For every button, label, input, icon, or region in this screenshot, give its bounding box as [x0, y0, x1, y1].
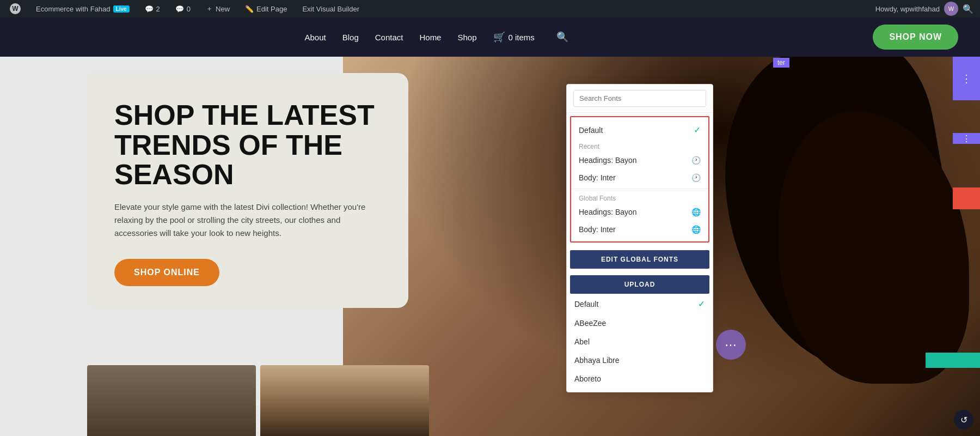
nav-blog[interactable]: Blog [342, 33, 359, 42]
search-icon[interactable]: 🔍 [963, 4, 973, 14]
exit-builder-label: Exit Visual Builder [302, 5, 359, 13]
font-default-item[interactable]: Default ✓ [571, 120, 708, 140]
nav-bar: About Blog Contact Home Shop 🛒 0 items 🔍… [0, 17, 980, 57]
shop-online-button[interactable]: SHOP ONLINE [114, 259, 219, 286]
wp-icon: W [10, 3, 21, 14]
divi-dots-icon: ⋮ [961, 72, 972, 85]
font-recent-headings-label: Headings: Bayon [579, 156, 637, 165]
admin-bar-right: Howdy, wpwithfahad W 🔍 [875, 2, 973, 16]
font-list-abel-label: Abel [574, 337, 590, 346]
font-global-headings[interactable]: Headings: Bayon 🌐 [571, 203, 708, 221]
admin-bar: W Ecommerce with Fahad Live 💬 2 💬 0 ＋ Ne… [0, 0, 980, 17]
font-list-check: ✓ [698, 299, 705, 309]
font-list: Default ✓ ABeeZee Abel Abhaya Libre Abor… [567, 294, 713, 392]
cart-count: 0 items [509, 33, 535, 42]
clock-icon-1: 🕐 [691, 156, 701, 165]
live-badge: Live [113, 5, 130, 13]
divi-dots-2: ⋮ [962, 134, 971, 144]
font-global-headings-label: Headings: Bayon [579, 208, 637, 216]
font-global-label: Global Fonts [571, 191, 708, 203]
refresh-icon: ↺ [960, 415, 967, 425]
comment-icon: 💬 [145, 5, 154, 13]
font-recent-label: Recent [571, 140, 708, 152]
font-search-input[interactable] [573, 90, 706, 107]
cart-icon: 🛒 [493, 31, 505, 43]
edit-page-item[interactable]: ✏️ Edit Page [242, 0, 290, 17]
howdy-text: Howdy, wpwithfahad [875, 5, 940, 13]
font-list-abril[interactable]: Abril Fatface [567, 388, 713, 392]
upload-button[interactable]: UPLOAD [570, 275, 709, 294]
comment-item[interactable]: 💬 2 [142, 0, 163, 17]
font-recent-headings[interactable]: Headings: Bayon 🕐 [571, 152, 708, 169]
nav-search-icon[interactable]: 🔍 [556, 31, 568, 43]
comment-count: 2 [156, 5, 160, 13]
nav-links: About Blog Contact Home Shop 🛒 0 items 🔍 [22, 31, 851, 43]
bubble-count: 0 [187, 5, 191, 13]
bubble-item[interactable]: 💬 0 [172, 0, 194, 17]
bottom-images [0, 365, 980, 436]
font-picker-dropdown: Default ✓ Recent Headings: Bayon 🕐 Body:… [566, 84, 713, 392]
nav-cart[interactable]: 🛒 0 items [493, 31, 535, 43]
clock-icon-2: 🕐 [691, 173, 701, 182]
plus-icon: ＋ [206, 4, 213, 14]
floating-menu-button[interactable]: ⋯ [716, 330, 746, 360]
font-list-default[interactable]: Default ✓ [567, 294, 713, 314]
teal-bar [926, 353, 980, 368]
font-list-default-label: Default [574, 300, 598, 308]
font-list-abeezee-label: ABeeZee [574, 319, 606, 328]
edit-page-label: Edit Page [256, 5, 287, 13]
font-divider [571, 189, 708, 189]
globe-icon-1: 🌐 [691, 208, 701, 216]
font-recent-body-label: Body: Inter [579, 173, 616, 182]
site-name: Ecommerce with Fahad [36, 5, 111, 13]
font-recent-body[interactable]: Body: Inter 🕐 [571, 169, 708, 186]
font-default-label: Default [579, 126, 603, 135]
hero-section: SHOP THE LATEST TRENDS OF THE SEASON Ele… [0, 57, 980, 436]
bubble-icon: 💬 [175, 5, 184, 13]
hero-card: SHOP THE LATEST TRENDS OF THE SEASON Ele… [87, 73, 408, 308]
bottom-image-2 [260, 365, 429, 436]
font-search-bar [567, 84, 713, 113]
new-label: New [216, 5, 230, 13]
refresh-button[interactable]: ↺ [954, 410, 973, 429]
new-item[interactable]: ＋ New [203, 0, 233, 17]
font-list-aboreto-label: Aboreto [574, 374, 601, 383]
divi-red-bar [953, 187, 980, 209]
wordpress-logo[interactable]: W [7, 0, 24, 17]
bottom-image-1 [87, 365, 256, 436]
exit-builder-item[interactable]: Exit Visual Builder [299, 0, 363, 17]
floating-dots-icon: ⋯ [725, 338, 737, 352]
font-global-body[interactable]: Body: Inter 🌐 [571, 221, 708, 238]
divi-edit-overlay[interactable]: ter [773, 58, 789, 68]
avatar: W [944, 2, 958, 16]
font-global-body-label: Body: Inter [579, 225, 616, 234]
shop-now-button[interactable]: SHOP NOW [873, 25, 958, 50]
font-list-abel[interactable]: Abel [567, 332, 713, 351]
font-list-aboreto[interactable]: Aboreto [567, 370, 713, 388]
edit-icon: ✏️ [245, 5, 254, 13]
font-selected-section: Default ✓ Recent Headings: Bayon 🕐 Body:… [570, 116, 709, 243]
globe-icon-2: 🌐 [691, 225, 701, 234]
font-list-abhaya[interactable]: Abhaya Libre [567, 351, 713, 370]
hero-title: SHOP THE LATEST TRENDS OF THE SEASON [114, 100, 381, 190]
divi-bar-2[interactable]: ⋮ [953, 133, 980, 144]
main-content: SHOP THE LATEST TRENDS OF THE SEASON Ele… [0, 57, 980, 436]
font-list-abeezee[interactable]: ABeeZee [567, 314, 713, 332]
font-check-icon: ✓ [694, 125, 701, 135]
hero-description: Elevate your style game with the latest … [114, 201, 381, 240]
nav-shop[interactable]: Shop [457, 33, 476, 42]
edit-global-fonts-button[interactable]: EDIT GLOBAL FONTS [570, 250, 709, 269]
nav-about[interactable]: About [305, 33, 326, 42]
font-list-abhaya-label: Abhaya Libre [574, 356, 620, 365]
divi-right-bar: ⋮ ⋮ [953, 57, 980, 436]
divi-purple-bar[interactable]: ⋮ [953, 57, 980, 100]
nav-home[interactable]: Home [419, 33, 441, 42]
nav-contact[interactable]: Contact [375, 33, 403, 42]
site-name-item[interactable]: Ecommerce with Fahad Live [33, 0, 133, 17]
